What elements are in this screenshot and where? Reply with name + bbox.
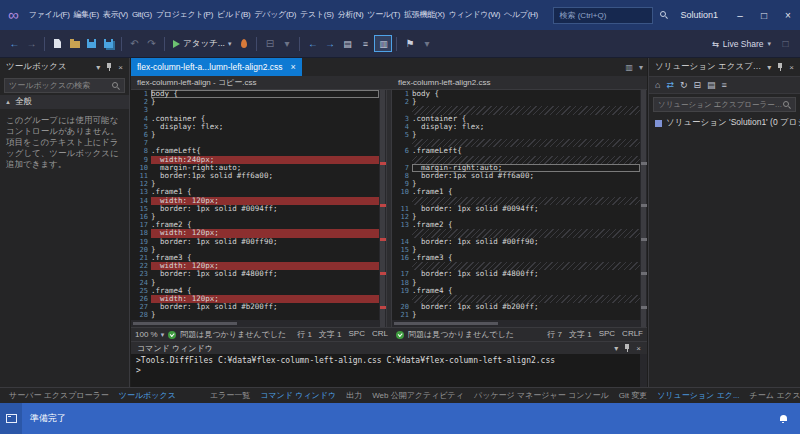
chevron-down-icon[interactable]: ▾ bbox=[767, 63, 771, 72]
show-all-files-icon[interactable]: ▤ bbox=[707, 80, 716, 90]
scrollbar-thumb[interactable] bbox=[380, 90, 385, 327]
diff-row-left[interactable]: 27 border: 1px solid #b200ff; bbox=[131, 303, 379, 311]
panel-tab[interactable]: チーム エクスプ... bbox=[745, 388, 800, 404]
live-share-button[interactable]: ⇆ Live Share ▾ bbox=[706, 39, 777, 49]
diff-row-left[interactable]: 1body { bbox=[131, 90, 379, 98]
refresh-icon[interactable]: ↻ bbox=[680, 80, 688, 90]
open-file-icon[interactable] bbox=[67, 35, 82, 52]
configuration-dropdown-icon[interactable]: ▾ bbox=[279, 35, 294, 52]
pin-icon[interactable] bbox=[623, 344, 631, 353]
menu-item-8[interactable]: テスト(S) bbox=[298, 0, 335, 30]
close-button[interactable]: × bbox=[776, 0, 800, 30]
panel-tab[interactable]: Web 公開アクティビティ bbox=[367, 388, 469, 404]
zoom-control[interactable]: 100 % ▾ bbox=[135, 330, 164, 339]
left-code-area[interactable]: 1body {2}34.container {5 display: flex;6… bbox=[131, 90, 386, 320]
diff-row-left[interactable]: 19 border: 1px solid #00ff90; bbox=[131, 238, 379, 246]
panel-tab[interactable]: ソリューション エク... bbox=[652, 388, 744, 404]
diff-row-left[interactable]: 6} bbox=[131, 131, 379, 139]
toolbox-header[interactable]: ツールボックス ▾ × bbox=[0, 58, 129, 76]
diff-row-left[interactable]: 15 border: 1px solid #0094ff; bbox=[131, 205, 379, 213]
panel-tab[interactable]: エラー一覧 bbox=[205, 388, 255, 404]
feedback-icon[interactable]: □ bbox=[778, 35, 793, 52]
panel-tab[interactable]: 出力 bbox=[341, 388, 367, 404]
collapse-all-icon[interactable]: ⊟ bbox=[694, 80, 702, 90]
split-editor-icon[interactable]: ▥ bbox=[625, 63, 633, 72]
build-configuration-icon[interactable]: ⊟ bbox=[262, 35, 277, 52]
diff-row-right[interactable]: 1body { bbox=[392, 90, 640, 98]
new-file-icon[interactable] bbox=[50, 35, 65, 52]
diff-row-right[interactable]: 19.frame4 { bbox=[392, 287, 640, 295]
tab-close-icon[interactable]: × bbox=[291, 62, 296, 72]
properties-icon[interactable]: ≡ bbox=[722, 80, 727, 90]
right-code-area[interactable]: 1body {2}3.container {4 display: flex;5}… bbox=[392, 90, 647, 320]
diff-row-left[interactable]: 28} bbox=[131, 311, 379, 319]
diff-row-right[interactable]: 4 display: flex; bbox=[392, 123, 640, 131]
diff-row-right[interactable]: 2} bbox=[392, 98, 640, 106]
bookmark-flag-icon[interactable]: ⚑ bbox=[402, 35, 417, 52]
right-horizontal-scrollbar[interactable] bbox=[392, 320, 640, 327]
scrollbar-thumb[interactable] bbox=[394, 322, 498, 325]
left-horizontal-scrollbar[interactable] bbox=[131, 320, 379, 327]
left-editor-pane[interactable]: 1body {2}34.container {5 display: flex;6… bbox=[131, 90, 386, 327]
more-toolbar-options-icon[interactable]: ▾ bbox=[419, 35, 434, 52]
health-check-icon[interactable] bbox=[396, 331, 404, 339]
pin-icon[interactable] bbox=[105, 63, 113, 72]
right-vertical-scrollbar[interactable] bbox=[640, 90, 647, 327]
menu-item-10[interactable]: ツール(T) bbox=[365, 0, 402, 30]
scrollbar-thumb[interactable] bbox=[641, 90, 646, 327]
inline-view-toggle[interactable]: ≡ bbox=[356, 35, 374, 52]
diff-row-right[interactable]: 10.frame1 { bbox=[392, 188, 640, 196]
toolbox-search-input[interactable]: ツールボックスの検索 bbox=[4, 78, 125, 93]
toolbox-section-general[interactable]: ▲ 全般 bbox=[0, 95, 129, 109]
panel-tab[interactable]: パッケージ マネージャー コンソール bbox=[469, 388, 614, 404]
document-tab[interactable]: flex-column-left-a...lumn-left-align2.cs… bbox=[131, 58, 302, 76]
diff-row-right[interactable]: 8 border:1px solid #ff6a00; bbox=[392, 172, 640, 180]
menu-item-6[interactable]: ビルド(B) bbox=[215, 0, 252, 30]
diff-row-left[interactable]: 2} bbox=[131, 98, 379, 106]
navigate-forward-icon[interactable]: → bbox=[24, 35, 39, 52]
diff-row-right[interactable]: 20 border: 1px solid #b200ff; bbox=[392, 303, 640, 311]
diff-row-left[interactable]: 23 border: 1px solid #4800ff; bbox=[131, 270, 379, 278]
search-icon[interactable] bbox=[656, 7, 672, 24]
diff-row-right[interactable]: 11 border: 1px solid #0094ff; bbox=[392, 205, 640, 213]
panel-tab[interactable]: サーバー エクスプローラー bbox=[4, 388, 114, 404]
diff-row-right[interactable]: 5} bbox=[392, 131, 640, 139]
save-all-icon[interactable] bbox=[101, 35, 116, 52]
diff-row-right[interactable]: 13.frame2 { bbox=[392, 221, 640, 229]
menu-item-4[interactable]: Git(G) bbox=[130, 0, 154, 30]
attach-debugger-button[interactable]: アタッチ... ▾ bbox=[169, 35, 235, 53]
undo-icon[interactable]: ↶ bbox=[127, 35, 142, 52]
redo-icon[interactable]: ↷ bbox=[144, 35, 159, 52]
solution-explorer-header[interactable]: ソリューション エクスプローラー ▾ × bbox=[649, 58, 800, 76]
notifications-bell-icon[interactable] bbox=[778, 414, 788, 424]
diff-row-right[interactable]: 16.frame3 { bbox=[392, 254, 640, 262]
summary-view-toggle[interactable]: ▤ bbox=[338, 35, 356, 52]
health-check-icon[interactable] bbox=[168, 331, 176, 339]
command-window-scrollbar[interactable] bbox=[640, 354, 647, 387]
next-difference-icon[interactable]: → bbox=[322, 35, 337, 52]
side-by-side-view-toggle[interactable]: ▥ bbox=[374, 35, 392, 52]
diff-row-right[interactable]: 14 border: 1px solid #00ff90; bbox=[392, 238, 640, 246]
menu-item-3[interactable]: 表示(V) bbox=[101, 0, 130, 30]
close-icon[interactable]: × bbox=[636, 344, 641, 353]
menu-item-11[interactable]: 拡張機能(X) bbox=[402, 0, 447, 30]
menu-item-7[interactable]: デバッグ(D) bbox=[252, 0, 298, 30]
left-vertical-scrollbar[interactable] bbox=[379, 90, 386, 327]
panel-tab[interactable]: ツールボックス bbox=[114, 388, 181, 404]
command-window-header[interactable]: コマンド ウィンドウ ▾ × bbox=[131, 341, 647, 354]
minimize-button[interactable]: – bbox=[728, 0, 752, 30]
scrollbar-thumb[interactable] bbox=[133, 322, 237, 325]
chevron-down-icon[interactable]: ▾ bbox=[614, 344, 618, 353]
navigate-back-icon[interactable]: ← bbox=[7, 35, 22, 52]
pin-icon[interactable] bbox=[776, 63, 784, 72]
active-documents-dropdown-icon[interactable]: ▾ bbox=[639, 63, 643, 72]
chevron-down-icon[interactable]: ▾ bbox=[96, 63, 100, 72]
save-icon[interactable] bbox=[84, 35, 99, 52]
panel-tab[interactable]: コマンド ウィンドウ bbox=[255, 388, 341, 404]
menu-item-1[interactable]: ファイル(F) bbox=[27, 0, 72, 30]
menu-item-9[interactable]: 分析(N) bbox=[336, 0, 366, 30]
diff-row-right[interactable]: 17 border: 1px solid #4800ff; bbox=[392, 270, 640, 278]
background-tasks-button[interactable] bbox=[0, 403, 22, 434]
menu-item-2[interactable]: 編集(E) bbox=[72, 0, 101, 30]
menu-item-5[interactable]: プロジェクト(P) bbox=[154, 0, 215, 30]
